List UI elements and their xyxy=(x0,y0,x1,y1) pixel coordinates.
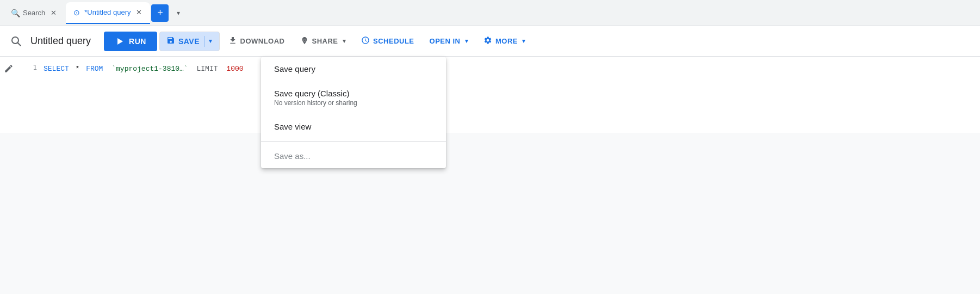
chevron-down-icon: ▾ xyxy=(177,9,180,17)
editor-area: 1 SELECT * FROM `myproject1-3810…` LIMIT… xyxy=(0,57,980,133)
save-label: SAVE xyxy=(178,37,200,46)
tab-query[interactable]: ⊙ *Untitled query ✕ xyxy=(66,2,150,24)
play-icon xyxy=(115,36,125,46)
save-dropdown-icon: ▾ xyxy=(209,38,213,45)
code-editor[interactable]: SELECT * FROM `myproject1-3810…` LIMIT 1… xyxy=(44,63,980,126)
search-icon: 🔍 xyxy=(11,9,20,17)
query-title: Untitled query xyxy=(30,35,91,47)
share-dropdown-icon: ▾ xyxy=(343,38,346,45)
keyword-limit: LIMIT xyxy=(197,64,218,75)
save-dropdown-menu: Save query Save query (Classic) No versi… xyxy=(261,57,446,133)
edit-icon xyxy=(4,63,14,76)
more-dropdown-icon: ▾ xyxy=(522,38,526,45)
tabs-dropdown-button[interactable]: ▾ xyxy=(170,4,187,22)
save-query-item[interactable]: Save query xyxy=(261,57,446,81)
save-view-item[interactable]: Save view xyxy=(261,114,446,133)
schedule-icon xyxy=(361,36,370,46)
query-tab-icon: ⊙ xyxy=(72,8,81,17)
share-button[interactable]: SHARE ▾ xyxy=(294,32,353,51)
toolbar: Untitled query RUN SAVE ▾ DOWNL xyxy=(0,26,980,57)
svg-marker-2 xyxy=(117,38,123,45)
save-query-classic-subtitle: No version history or sharing xyxy=(274,99,433,107)
code-star: * xyxy=(71,64,84,75)
line-number-1: 1 xyxy=(33,63,37,71)
keyword-select: SELECT xyxy=(44,64,69,75)
code-space xyxy=(105,64,109,75)
save-query-classic-label: Save query (Classic) xyxy=(274,89,433,98)
share-icon xyxy=(300,36,309,46)
tab-search-label: Search xyxy=(23,9,45,17)
schedule-button[interactable]: SCHEDULE xyxy=(355,32,421,51)
code-space3 xyxy=(220,64,225,75)
save-view-label: Save view xyxy=(274,122,433,131)
share-label: SHARE xyxy=(312,37,338,45)
more-button[interactable]: MORE ▾ xyxy=(477,32,532,51)
toolbar-actions: RUN SAVE ▾ DOWNLOAD SHARE ▾ xyxy=(104,32,532,51)
save-button[interactable]: SAVE ▾ xyxy=(159,32,220,51)
line-numbers: 1 xyxy=(17,63,44,126)
download-button[interactable]: DOWNLOAD xyxy=(222,32,291,51)
svg-line-1 xyxy=(18,42,21,46)
table-name: `myproject1-3810…` xyxy=(111,64,188,75)
save-query-classic-item[interactable]: Save query (Classic) No version history … xyxy=(261,81,446,114)
query-title-area: Untitled query xyxy=(9,34,91,49)
save-icon xyxy=(166,36,175,46)
query-title-icon xyxy=(9,34,24,49)
add-tab-button[interactable]: + xyxy=(151,4,169,22)
keyword-from: FROM xyxy=(86,64,103,75)
download-icon xyxy=(228,36,237,46)
open-in-dropdown-icon: ▾ xyxy=(465,38,469,45)
save-btn-divider xyxy=(204,36,204,47)
tab-search[interactable]: 🔍 Search ✕ xyxy=(4,2,65,24)
tab-bar: 🔍 Search ✕ ⊙ *Untitled query ✕ + ▾ xyxy=(0,0,980,26)
download-label: DOWNLOAD xyxy=(240,37,285,45)
plus-icon: + xyxy=(157,7,163,19)
limit-value: 1000 xyxy=(226,64,243,75)
settings-icon xyxy=(483,36,492,46)
more-label: MORE xyxy=(495,37,518,45)
run-label: RUN xyxy=(129,37,146,46)
open-in-label: OPEN IN xyxy=(430,37,461,45)
tab-query-close[interactable]: ✕ xyxy=(134,8,144,17)
code-space2 xyxy=(190,64,195,75)
save-query-label: Save query xyxy=(274,64,433,74)
tab-search-close[interactable]: ✕ xyxy=(48,8,58,18)
code-line-1: SELECT * FROM `myproject1-3810…` LIMIT 1… xyxy=(44,64,980,75)
edit-icon-col xyxy=(0,63,17,126)
schedule-label: SCHEDULE xyxy=(373,37,414,45)
run-button[interactable]: RUN xyxy=(104,32,157,51)
open-in-button[interactable]: OPEN IN ▾ xyxy=(423,32,475,51)
tab-query-label: *Untitled query xyxy=(84,8,131,16)
